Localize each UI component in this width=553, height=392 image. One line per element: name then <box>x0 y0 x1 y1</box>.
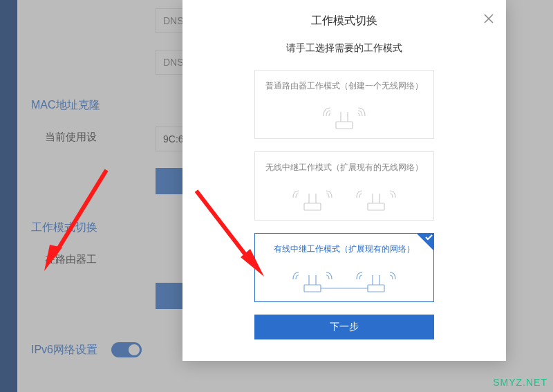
modal-subtitle: 请手工选择需要的工作模式 <box>182 42 506 55</box>
next-step-button[interactable]: 下一步 <box>254 315 434 339</box>
svg-rect-6 <box>368 203 384 210</box>
svg-rect-13 <box>368 285 384 292</box>
mode-option-wireless-relay[interactable]: 无线中继工作模式（扩展现有的无线网络） <box>254 151 434 221</box>
mode-option-wired-relay[interactable]: 有线中继工作模式（扩展现有的网络） <box>254 233 434 302</box>
mode-option-wireless-label: 无线中继工作模式（扩展现有的无线网络） <box>255 162 433 174</box>
close-icon[interactable] <box>481 11 496 26</box>
svg-rect-0 <box>336 122 353 129</box>
watermark: SMYZ.NET <box>493 377 547 388</box>
selected-check-icon <box>416 233 434 251</box>
work-mode-modal: 工作模式切换 请手工选择需要的工作模式 普通路由器工作模式（创建一个无线网络） … <box>182 0 506 361</box>
mode-option-normal-label: 普通路由器工作模式（创建一个无线网络） <box>255 80 433 92</box>
modal-title: 工作模式切换 <box>311 15 377 26</box>
router-icon <box>255 97 433 135</box>
mode-option-wired-label: 有线中继工作模式（扩展现有的网络） <box>255 243 433 255</box>
svg-rect-3 <box>304 203 321 210</box>
two-router-icon <box>255 179 433 216</box>
mode-option-normal[interactable]: 普通路由器工作模式（创建一个无线网络） <box>254 70 434 139</box>
svg-rect-9 <box>304 285 321 292</box>
two-router-wired-icon <box>255 261 433 298</box>
